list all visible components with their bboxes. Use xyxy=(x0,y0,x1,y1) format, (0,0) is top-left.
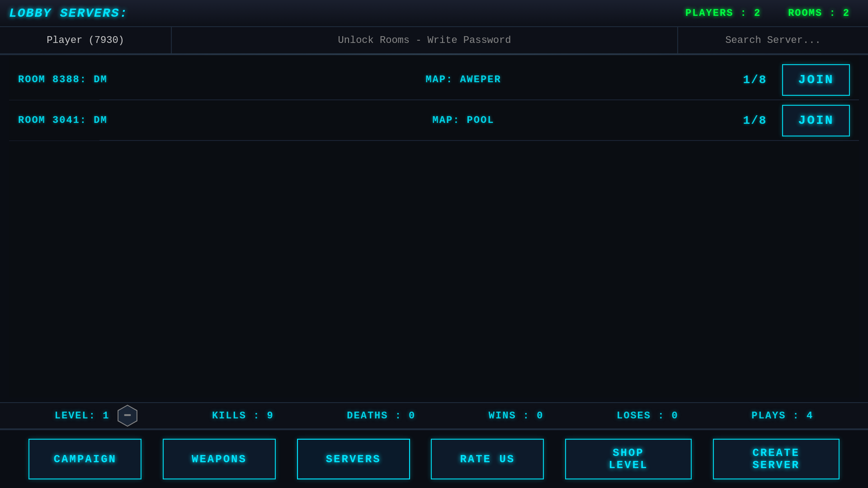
header-bar: LOBBY SERVERS: PLAYERS : 2 ROOMS : 2 xyxy=(0,0,868,27)
level-label: LEVEL: 1 xyxy=(55,410,110,422)
rooms-count: ROOMS : 2 xyxy=(788,8,850,19)
deaths-stat: DEATHS : 0 xyxy=(347,410,415,422)
player-count-2: 1/8 xyxy=(728,114,782,127)
shop-level-button[interactable]: SHOPLEVEL xyxy=(565,439,692,479)
level-badge-icon xyxy=(116,404,139,427)
password-input-box[interactable]: Unlock Rooms - Write Password xyxy=(172,27,678,53)
rate-us-button[interactable]: RATE US xyxy=(431,439,544,479)
player-count-1: 1/8 xyxy=(728,73,782,87)
loses-stat: LOSES : 0 xyxy=(617,410,679,422)
plays-stat: PLAYS : 4 xyxy=(751,410,813,422)
password-placeholder-text: Unlock Rooms - Write Password xyxy=(338,35,511,46)
kills-stat: KILLS : 9 xyxy=(212,410,274,422)
weapons-button[interactable]: WEAPONS xyxy=(163,439,276,479)
servers-button[interactable]: SERVERS xyxy=(297,439,410,479)
create-server-button[interactable]: CREATESERVER xyxy=(713,439,840,479)
loses-label: LOSES : 0 xyxy=(617,410,679,422)
input-row: Player (7930) Unlock Rooms - Write Passw… xyxy=(0,27,868,54)
main-area: ROOM 8388: DM MAP: AWEPER 1/8 JOIN ROOM … xyxy=(9,55,859,398)
map-name-2: MAP: POOL xyxy=(199,115,728,126)
room-name-2: ROOM 3041: DM xyxy=(18,115,199,126)
campaign-button[interactable]: CAMPAIGN xyxy=(28,439,142,479)
stats-bar: LEVEL: 1 KILLS : 9 DEATHS : 0 WINS : 0 L… xyxy=(0,402,868,429)
kills-label: KILLS : 9 xyxy=(212,410,274,422)
bottom-nav: CAMPAIGN WEAPONS SERVERS RATE US SHOPLEV… xyxy=(0,429,868,488)
player-name-display: Player (7930) xyxy=(47,35,124,46)
join-button-1[interactable]: JOIN xyxy=(782,64,850,96)
lobby-title: LOBBY SERVERS: xyxy=(9,6,128,20)
table-row: ROOM 8388: DM MAP: AWEPER 1/8 JOIN xyxy=(9,60,859,100)
map-name-1: MAP: AWEPER xyxy=(199,74,728,85)
player-input-box[interactable]: Player (7930) xyxy=(0,27,172,53)
wins-label: WINS : 0 xyxy=(489,410,544,422)
join-button-2[interactable]: JOIN xyxy=(782,105,850,136)
players-count: PLAYERS : 2 xyxy=(685,8,761,19)
header-stats: PLAYERS : 2 ROOMS : 2 xyxy=(685,8,850,19)
plays-label: PLAYS : 4 xyxy=(751,410,813,422)
room-name-1: ROOM 8388: DM xyxy=(18,74,199,85)
search-input-box[interactable]: Search Server... xyxy=(678,27,868,53)
level-stat: LEVEL: 1 xyxy=(55,404,139,427)
server-list: ROOM 8388: DM MAP: AWEPER 1/8 JOIN ROOM … xyxy=(9,55,859,145)
deaths-label: DEATHS : 0 xyxy=(347,410,415,422)
svg-rect-1 xyxy=(124,414,131,416)
search-placeholder-text: Search Server... xyxy=(725,35,821,46)
wins-stat: WINS : 0 xyxy=(489,410,544,422)
table-row: ROOM 3041: DM MAP: POOL 1/8 JOIN xyxy=(9,100,859,141)
